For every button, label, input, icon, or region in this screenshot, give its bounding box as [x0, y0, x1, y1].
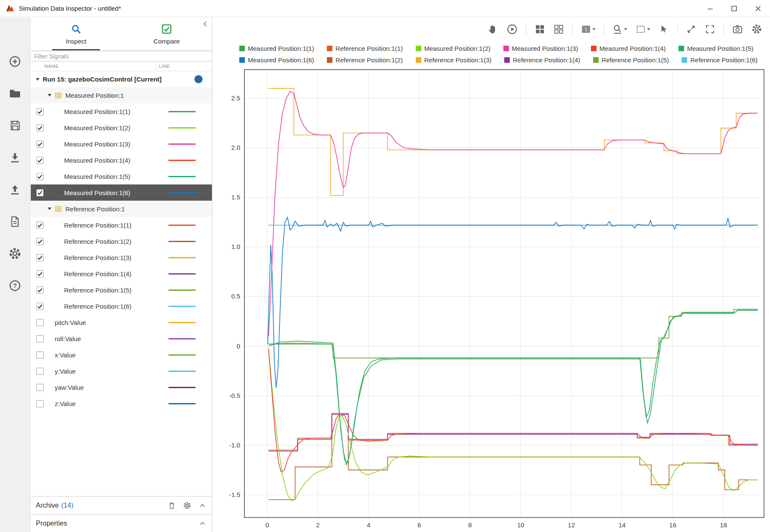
signal-visibility-checkbox[interactable] — [36, 384, 44, 391]
tab-compare[interactable]: Compare — [121, 18, 212, 50]
signal-visibility-checkbox[interactable] — [36, 303, 44, 310]
signal-line-swatch[interactable] — [168, 338, 196, 339]
signal-visibility-checkbox[interactable] — [36, 351, 44, 359]
report-button[interactable] — [8, 214, 22, 229]
close-button[interactable] — [746, 0, 770, 17]
add-run-button[interactable] — [8, 54, 22, 69]
import-button[interactable] — [8, 150, 22, 165]
legend-item: Reference Position:1(5) — [593, 56, 669, 64]
signal-row[interactable]: Measured Position:1(1) — [31, 103, 212, 120]
replay-button[interactable] — [506, 23, 518, 35]
group-collapse-icon[interactable] — [48, 94, 51, 96]
collapse-panel-button[interactable] — [201, 19, 210, 29]
archive-collapse-chevron-icon[interactable] — [198, 501, 207, 510]
signal-line-swatch[interactable] — [168, 289, 196, 291]
caret-down-icon — [647, 28, 650, 30]
preferences-button[interactable] — [8, 246, 22, 261]
subplot-layout-button[interactable] — [553, 24, 564, 35]
archive-bar[interactable]: Archive (14) — [31, 496, 212, 514]
export-button[interactable] — [8, 182, 22, 197]
chart-canvas[interactable]: 024681012141618-1.5-1.0-0.500.51.01.52.0… — [213, 66, 770, 532]
pan-button[interactable] — [487, 23, 498, 35]
signal-row[interactable]: Measured Position:1(2) — [31, 120, 212, 136]
signal-line-swatch[interactable] — [168, 257, 196, 258]
signal-row[interactable]: Measured Position:1(6) — [31, 184, 212, 201]
signal-line-swatch[interactable] — [168, 127, 196, 129]
legend-item: Reference Position:1(6) — [682, 56, 758, 64]
signal-visibility-checkbox[interactable] — [36, 368, 44, 375]
open-session-button[interactable] — [8, 86, 22, 101]
properties-bar[interactable]: Properties — [31, 514, 212, 532]
trash-icon[interactable] — [168, 501, 176, 510]
signal-row[interactable]: Measured Position:1(5) — [31, 168, 212, 184]
signal-visibility-checkbox[interactable] — [36, 254, 44, 261]
layout-grid-button[interactable] — [535, 24, 545, 35]
signal-visibility-checkbox[interactable] — [36, 238, 44, 245]
signal-line-swatch[interactable] — [168, 306, 196, 307]
signal-visibility-checkbox[interactable] — [36, 157, 44, 164]
zoom-mode-button[interactable] — [612, 24, 627, 35]
maximize-button[interactable] — [722, 0, 746, 17]
fit-to-view-button[interactable] — [686, 24, 697, 35]
signal-visibility-checkbox[interactable] — [36, 173, 44, 180]
signal-row[interactable]: yaw:Value — [31, 379, 212, 395]
signal-row[interactable]: pitch:Value — [31, 314, 212, 330]
save-session-button[interactable] — [8, 118, 22, 133]
signal-visibility-checkbox[interactable] — [36, 400, 44, 407]
view-layout-1-button[interactable]: 1 — [581, 24, 596, 35]
signal-line-swatch[interactable] — [168, 273, 196, 275]
signal-visibility-checkbox[interactable] — [36, 189, 44, 196]
signal-row[interactable]: z:Value — [31, 395, 212, 412]
signal-line-swatch[interactable] — [168, 387, 196, 388]
legend-color-swatch — [682, 57, 687, 63]
signal-line-swatch[interactable] — [168, 371, 196, 372]
run-color-dot[interactable] — [194, 75, 203, 83]
minimize-button[interactable] — [698, 0, 722, 17]
signal-visibility-checkbox[interactable] — [36, 270, 44, 278]
signal-row[interactable]: x:Value — [31, 347, 212, 363]
signal-line-swatch[interactable] — [168, 111, 196, 112]
signal-line-swatch[interactable] — [168, 354, 196, 356]
signal-visibility-checkbox[interactable] — [36, 286, 44, 294]
pointer-mode-button[interactable] — [658, 24, 669, 35]
signal-row[interactable]: Reference Position:1(3) — [31, 249, 212, 266]
signal-line-swatch[interactable] — [168, 176, 196, 177]
signal-line-swatch[interactable] — [168, 225, 196, 226]
filter-signals-input[interactable] — [31, 51, 212, 61]
signal-visibility-checkbox[interactable] — [36, 319, 44, 326]
plot-settings-button[interactable] — [751, 23, 762, 35]
signal-visibility-checkbox[interactable] — [36, 222, 44, 229]
group-collapse-icon[interactable] — [48, 208, 51, 210]
signal-row[interactable]: y:Value — [31, 363, 212, 379]
properties-collapse-chevron-icon[interactable] — [198, 519, 207, 528]
archive-settings-gear-icon[interactable] — [183, 501, 191, 510]
signal-line-swatch[interactable] — [168, 192, 196, 193]
signal-line-swatch[interactable] — [168, 241, 196, 242]
run-collapse-icon[interactable] — [36, 78, 39, 81]
help-button[interactable]: ? — [8, 278, 22, 293]
fullscreen-button[interactable] — [705, 24, 715, 35]
signal-row[interactable]: Reference Position:1(1) — [31, 217, 212, 233]
signal-group-row[interactable]: Measured Position:1 — [31, 87, 212, 103]
signal-row[interactable]: Measured Position:1(4) — [31, 152, 212, 168]
signal-row[interactable]: Reference Position:1(2) — [31, 233, 212, 249]
region-select-button[interactable] — [635, 24, 650, 35]
signal-line-swatch[interactable] — [168, 322, 196, 323]
signal-line-swatch[interactable] — [168, 143, 196, 145]
signal-visibility-checkbox[interactable] — [36, 124, 44, 132]
signal-group-row[interactable]: Reference Position:1 — [31, 201, 212, 217]
signal-visibility-checkbox[interactable] — [36, 108, 44, 115]
tab-inspect[interactable]: Inspect — [31, 18, 121, 50]
signal-row[interactable]: roll:Value — [31, 330, 212, 347]
snapshot-button[interactable] — [732, 23, 743, 35]
signal-row[interactable]: Reference Position:1(4) — [31, 266, 212, 282]
run-row[interactable]: Run 15: gazeboCosimControl [Current] — [31, 71, 212, 87]
signal-row[interactable]: Reference Position:1(5) — [31, 282, 212, 298]
signal-line-swatch[interactable] — [168, 403, 196, 404]
signal-line-swatch[interactable] — [168, 160, 196, 161]
signal-row[interactable]: Reference Position:1(6) — [31, 298, 212, 314]
signal-visibility-checkbox[interactable] — [36, 335, 44, 342]
signal-row[interactable]: Measured Position:1(3) — [31, 136, 212, 152]
legend-item: Measured Position:1(5) — [679, 45, 753, 52]
signal-visibility-checkbox[interactable] — [36, 140, 44, 148]
